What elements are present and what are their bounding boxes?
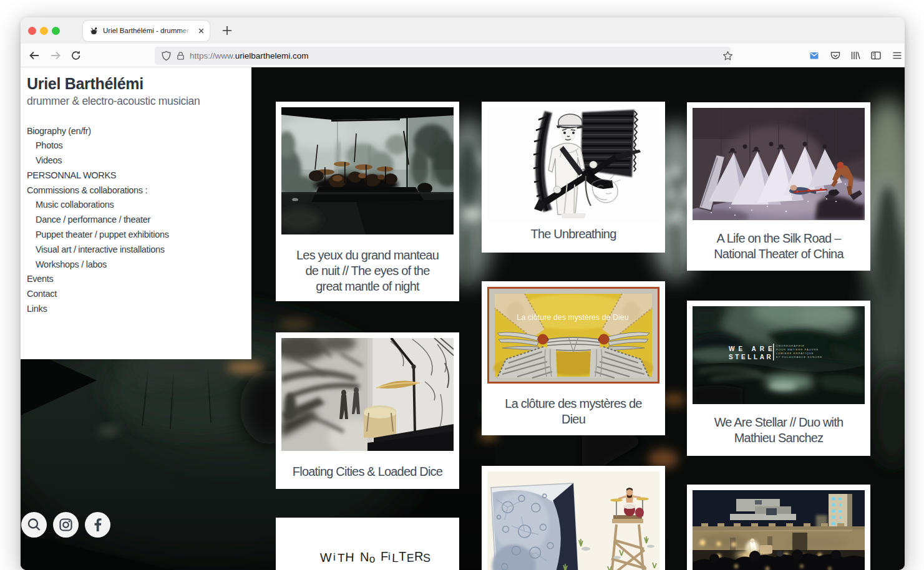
svg-text:R: R [414,549,423,563]
svg-text:La clôture des mystères de Die: La clôture des mystères de Dieu [517,313,628,322]
svg-text:N: N [360,550,369,564]
svg-text:STELLAR: STELLAR [729,354,773,360]
svg-text:LUMIERE ERRATIQUE: LUMIERE ERRATIQUE [776,352,814,355]
svg-text:S: S [423,552,430,564]
svg-text:o: o [369,553,375,565]
svg-text:H: H [345,550,354,564]
svg-text:W: W [320,551,332,564]
svg-text:L: L [392,551,399,564]
svg-text:WE ARE: WE ARE [729,345,776,352]
svg-text:i: i [333,551,336,563]
svg-text:T: T [338,551,345,564]
svg-text:i: i [388,551,391,563]
svg-text:T: T [399,549,406,563]
svg-text:ET FULGURANCE SONORE: ET FULGURANCE SONORE [776,355,822,359]
svg-text:F: F [381,549,388,563]
svg-text:POUR MATIERE PAUVRE: POUR MATIERE PAUVRE [776,348,819,351]
svg-text:E: E [406,552,414,564]
svg-text:CHOREGRAPHIE: CHOREGRAPHIE [776,344,805,347]
